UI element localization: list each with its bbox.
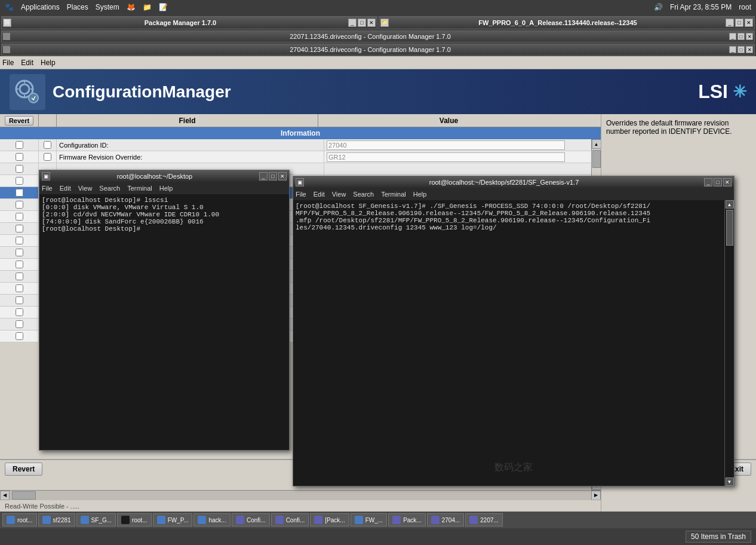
system-logo[interactable]: 🐾: [5, 3, 14, 11]
ti-label-5: FW_P...: [168, 517, 189, 523]
row-input-2[interactable]: [327, 152, 565, 162]
taskbar-item-2207[interactable]: 2207...: [465, 513, 503, 526]
t2-scroll-down[interactable]: ▼: [726, 477, 734, 486]
menu-help[interactable]: Help: [41, 59, 56, 67]
taskbar-items: root... sf2281 SF_G... root... FW_P... h…: [0, 512, 756, 528]
row-field-1: Configuration ID:: [57, 139, 324, 151]
t2-scroll-track[interactable]: [725, 209, 734, 477]
bottom-revert-button[interactable]: Revert: [5, 463, 42, 476]
taskbar-item-pack[interactable]: [Pack...: [310, 513, 349, 526]
datetime: Fri Apr 23, 8:55 PM: [670, 3, 732, 11]
t2-file[interactable]: File: [296, 191, 306, 198]
scroll-right[interactable]: ▶: [591, 491, 601, 500]
sound-icon[interactable]: 🔊: [654, 3, 663, 11]
ti-label-13: 2207...: [480, 517, 499, 523]
row-input-1[interactable]: [327, 140, 565, 150]
menu-places[interactable]: Places: [67, 3, 88, 11]
files-icon[interactable]: 📁: [143, 3, 152, 11]
app-menu: Applications Places System: [21, 3, 119, 11]
c1-min[interactable]: _: [729, 33, 736, 40]
t1-terminal[interactable]: Terminal: [127, 185, 152, 192]
t1-line3: [2:0:0] cd/dvd NECVMWar VMware IDE CDR10…: [42, 211, 287, 218]
th-checkbox: [39, 114, 57, 127]
taskbar-item-sfg[interactable]: SF_G...: [76, 513, 116, 526]
c1-max[interactable]: □: [737, 33, 745, 40]
taskbar-item-confi2[interactable]: Confi...: [271, 513, 309, 526]
pm-maximize[interactable]: □: [358, 19, 366, 27]
t1-min[interactable]: _: [259, 172, 268, 180]
t2-scroll-thumb[interactable]: [726, 210, 733, 246]
scroll-thumb[interactable]: [592, 150, 601, 168]
t2-edit[interactable]: Edit: [314, 191, 325, 198]
t1-max[interactable]: □: [269, 172, 277, 180]
row-checkbox-1[interactable]: [16, 141, 23, 149]
ti-label-9: [Pack...: [325, 517, 345, 523]
revert-button[interactable]: Revert: [5, 116, 33, 125]
t2-line1: [root@localhost SF_Genesis-v1.7]# ./SF_G…: [296, 203, 722, 210]
config-header: ConfigurationManager LSI ✳: [0, 69, 756, 114]
svg-point-2: [29, 93, 38, 103]
taskbar-item-hack[interactable]: hack...: [193, 513, 230, 526]
c2-max[interactable]: □: [737, 46, 745, 53]
fw-window-bar: 📁 FW_PPRO_6_0_A_Release.1134440.release-…: [379, 16, 755, 29]
t2-max[interactable]: □: [714, 178, 722, 186]
t2-scroll-up[interactable]: ▲: [726, 200, 734, 209]
row-cb-2[interactable]: [44, 153, 51, 161]
taskbar-item-confi1[interactable]: Confi...: [232, 513, 270, 526]
t2-line4: les/27040.12345.driveconfig 12345 www_12…: [296, 224, 722, 231]
taskbar-item-2704[interactable]: 2704...: [427, 513, 465, 526]
c2-min[interactable]: _: [729, 46, 736, 53]
t1-help[interactable]: Help: [159, 185, 173, 192]
pm-minimize[interactable]: _: [348, 19, 357, 27]
ti-icon-4: [121, 516, 130, 524]
t2-view[interactable]: View: [332, 191, 346, 198]
lsi-text: LSI: [698, 81, 728, 103]
c1-close[interactable]: ✕: [746, 33, 753, 40]
t1-edit[interactable]: Edit: [60, 185, 71, 192]
t1-view[interactable]: View: [78, 185, 93, 192]
t1-file[interactable]: File: [42, 185, 53, 192]
fw-maximize[interactable]: □: [735, 19, 743, 27]
taskbar-item-fw2[interactable]: FW_...: [351, 513, 387, 526]
lsi-logo: LSI ✳: [698, 81, 746, 103]
status-bar-bottom: Read-Write Possible - .....: [0, 500, 601, 512]
pm-icon: ⬜: [3, 19, 11, 27]
config-menubar: File Edit Help: [0, 56, 756, 69]
t1-close[interactable]: ✕: [278, 172, 287, 180]
h-scroll-thumb[interactable]: [12, 491, 36, 500]
fw-minimize[interactable]: _: [726, 19, 734, 27]
terminal1-titlebar: ▣ root@localhost:~/Desktop _ □ ✕: [39, 170, 289, 182]
row-cb-1[interactable]: [44, 141, 51, 149]
h-scroll-track[interactable]: [10, 491, 591, 500]
sidebar-description: Overrides the default firmware revision …: [606, 119, 732, 136]
ti-label-6: hack...: [208, 517, 226, 523]
scroll-left[interactable]: ◀: [0, 491, 10, 500]
t2-search[interactable]: Search: [353, 191, 374, 198]
taskbar-item-fwp[interactable]: FW_P...: [153, 513, 193, 526]
c2-close[interactable]: ✕: [746, 46, 753, 53]
package-manager-window-bar: ⬜ Package Manager 1.7.0 _ □ ✕: [1, 16, 377, 29]
ti-label-7: Confi...: [247, 517, 266, 523]
notepad-icon[interactable]: 📝: [159, 3, 168, 11]
menu-file[interactable]: File: [2, 59, 14, 67]
fw-close[interactable]: ✕: [745, 19, 753, 27]
taskbar-item-root2[interactable]: root...: [117, 513, 152, 526]
row-checkbox-2[interactable]: [16, 153, 23, 161]
t2-min[interactable]: _: [704, 178, 712, 186]
table-row: Configuration ID:: [0, 139, 591, 151]
ti-icon-2: [42, 516, 51, 524]
t2-terminal[interactable]: Terminal: [381, 191, 406, 198]
menu-applications[interactable]: Applications: [21, 3, 60, 11]
t2-help[interactable]: Help: [413, 191, 427, 198]
taskbar-bottom-row: 50 Items in Trash: [0, 528, 756, 545]
menu-edit[interactable]: Edit: [21, 59, 33, 67]
menu-system[interactable]: System: [96, 3, 119, 11]
taskbar-item-sf2281[interactable]: sf2281: [38, 513, 75, 526]
taskbar-item-root1[interactable]: root...: [2, 513, 37, 526]
scroll-up[interactable]: ▲: [592, 139, 601, 149]
pm-close[interactable]: ✕: [367, 19, 376, 27]
firefox-icon[interactable]: 🦊: [127, 3, 136, 11]
t1-search[interactable]: Search: [99, 185, 120, 192]
t2-close[interactable]: ✕: [723, 178, 732, 186]
taskbar-item-pack2[interactable]: Pack...: [388, 513, 426, 526]
